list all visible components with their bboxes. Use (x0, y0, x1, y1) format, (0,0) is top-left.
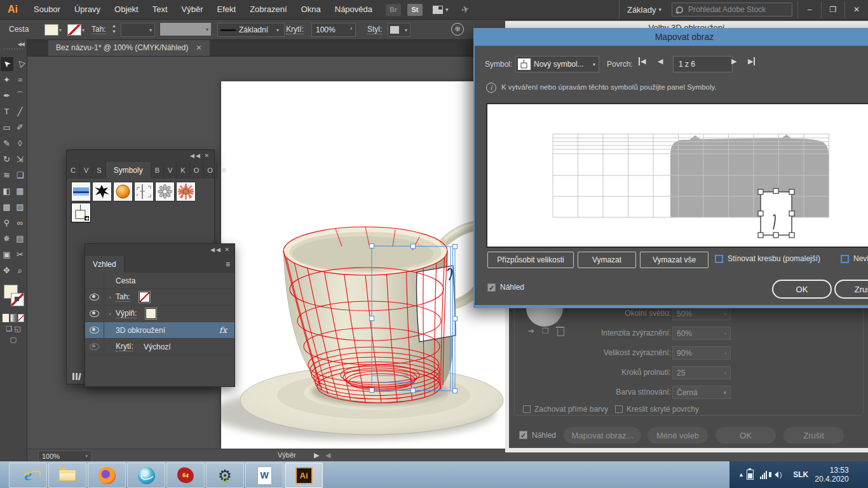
stroke-label[interactable]: Tah: (116, 292, 130, 302)
visibility-eye-icon[interactable] (85, 339, 104, 355)
minimize-button[interactable]: – (797, 1, 821, 18)
opacity-label[interactable]: Krytí: (116, 342, 133, 351)
ok-button[interactable]: OK (715, 427, 776, 444)
appearance-effect-row[interactable]: 3D obkroužení fx (85, 322, 234, 339)
document-tab[interactable]: Bez názvu-1* @ 100% (CMYK/Náhled) ✕ (48, 39, 210, 56)
ambient-light-field[interactable]: 50%› (672, 307, 731, 320)
perspective-grid-tool[interactable]: ▦ (14, 184, 27, 198)
visibility-eye-icon[interactable] (85, 306, 104, 322)
stroke-color-swatch[interactable] (67, 24, 81, 36)
stroke-weight-combo[interactable]: ▾ (121, 23, 155, 37)
close-icon[interactable]: ✕ (204, 152, 210, 159)
invisible-geometry-checkbox[interactable] (841, 255, 849, 263)
appearance-opacity-row[interactable]: Krytí: Výchozí (85, 339, 234, 355)
slice-tool[interactable]: ✂ (14, 248, 27, 262)
scale-tool[interactable]: ⇲ (14, 152, 27, 166)
document-setup-globe-icon[interactable]: ⊕ (451, 23, 464, 36)
panel-menu-icon[interactable]: ≡ (217, 162, 231, 179)
symbol-sprayer-tool[interactable]: ✵ (1, 232, 13, 246)
ok-button[interactable]: OK (772, 280, 832, 299)
gradient-tool[interactable]: ▨ (14, 200, 27, 214)
preview-checkbox[interactable]: ✓ (487, 283, 496, 292)
curvature-tool[interactable]: ⌒ (14, 89, 27, 103)
symbol-twirl-wreath[interactable] (155, 182, 175, 201)
blend-steps-field[interactable]: 25› (672, 366, 731, 379)
fewer-options-button[interactable]: Méně voleb (648, 427, 708, 444)
map-art-dialog-title[interactable]: Mapovat obraz (475, 28, 868, 46)
scale-to-fit-button[interactable]: Přizpůsobit velikosti (487, 252, 574, 268)
stroke-none-swatch[interactable] (139, 292, 150, 302)
chevron-down-icon[interactable]: ▾ (59, 27, 62, 33)
menu-efekt[interactable]: Efekt (210, 0, 243, 19)
visibility-eye-icon[interactable] (85, 289, 104, 305)
panel-tab[interactable]: V (80, 162, 93, 179)
taskbar-browser[interactable] (127, 463, 165, 488)
disclosure-icon[interactable]: › (104, 294, 116, 301)
artboard-tool[interactable]: ▣ (1, 248, 13, 262)
eyedropper-tool[interactable]: ⚲ (1, 216, 13, 230)
bridge-button[interactable]: Br (386, 4, 401, 16)
panel-tab[interactable]: K (177, 162, 189, 179)
menu-napoveda[interactable]: Nápověda (328, 0, 379, 19)
app-logo[interactable]: Ai (0, 4, 27, 15)
panel-tab[interactable]: S (93, 162, 105, 179)
workspace-switcher[interactable]: Základy ▾ (619, 0, 672, 19)
color-button[interactable] (3, 314, 9, 322)
opacity-combo[interactable]: 100% (311, 23, 356, 37)
chevron-right-icon[interactable]: › (350, 25, 352, 32)
symbol-blue-banner[interactable] (71, 182, 91, 201)
taskbar-file-explorer[interactable] (48, 463, 86, 488)
restore-button[interactable]: ❐ (821, 1, 844, 18)
map-art-button[interactable]: Mapovat obraz... (564, 427, 641, 444)
menu-upravy[interactable]: Úpravy (67, 0, 107, 19)
last-surface-icon[interactable]: ▶ (748, 57, 755, 65)
rotate-tool[interactable]: ↻ (1, 152, 13, 166)
panel-menu-icon[interactable]: ≡ (221, 256, 234, 273)
highlight-intensity-field[interactable]: 60%› (672, 327, 731, 340)
next-arrow-icon[interactable]: ▶ (314, 451, 319, 459)
gpu-performance-icon[interactable]: ✈ (460, 3, 470, 16)
menu-objekt[interactable]: Objekt (107, 0, 146, 19)
direct-selection-tool[interactable]: ▷ (14, 57, 27, 71)
menu-soubor[interactable]: Soubor (27, 0, 67, 19)
mapped-symbol[interactable] (761, 192, 792, 235)
taskbar-word[interactable]: W (245, 463, 283, 488)
type-tool[interactable]: T (1, 105, 13, 119)
magic-wand-tool[interactable]: ✦ (1, 73, 13, 87)
panel-tab[interactable]: V (164, 162, 177, 179)
visibility-eye-icon[interactable] (85, 322, 104, 338)
appearance-fill-row[interactable]: › Výplň: (85, 306, 234, 322)
chevron-down-icon[interactable]: ▾ (445, 6, 449, 13)
panel-tab[interactable]: O (203, 162, 217, 179)
fx-badge[interactable]: fx (219, 325, 227, 335)
cancel-button[interactable]: Zrušit (783, 427, 844, 444)
stroke-weight-label[interactable]: Tah: (92, 25, 106, 34)
collapse-panel-icon[interactable]: ◀◀ (190, 152, 201, 159)
panel-tab[interactable]: C (67, 162, 80, 179)
disclosure-icon[interactable]: › (104, 311, 116, 317)
close-icon[interactable]: ✕ (224, 247, 231, 253)
shaper-tool[interactable]: ✎ (1, 137, 13, 151)
highlight-size-field[interactable]: 90%› (672, 346, 731, 360)
symbol-dropdown[interactable]: Nový symbol... ▾ (515, 56, 599, 72)
fill-color-swatch[interactable] (146, 308, 156, 319)
battery-icon[interactable] (747, 470, 754, 480)
clear-all-button[interactable]: Vymazat vše (640, 252, 709, 268)
shade-artwork-checkbox[interactable] (715, 255, 723, 263)
taskbar-firefox[interactable] (88, 463, 126, 488)
taskbar-irfanview[interactable]: 64 (166, 463, 205, 488)
volume-icon[interactable] (771, 471, 778, 478)
lasso-tool[interactable]: ≈ (14, 73, 27, 87)
close-button[interactable]: ✕ (844, 1, 868, 18)
brush-definition-combo[interactable]: ▾ (160, 23, 211, 36)
symbol-gerbera-flower[interactable] (176, 182, 196, 201)
tray-expand-icon[interactable]: ▲ (738, 471, 744, 478)
prev-surface-icon[interactable]: ◀ (658, 57, 663, 65)
free-transform-tool[interactable]: ❏ (14, 168, 27, 182)
clock[interactable]: 13:53 20.4.2020 (815, 466, 848, 484)
arrange-documents-icon[interactable] (433, 6, 443, 14)
stepper-icon[interactable]: ▲▼ (112, 23, 116, 34)
opacity-label[interactable]: Krytí: (286, 25, 304, 34)
zoom-level-dropdown[interactable]: 100% ▾ (38, 451, 92, 462)
tab-symboly[interactable]: Symboly (106, 162, 151, 179)
